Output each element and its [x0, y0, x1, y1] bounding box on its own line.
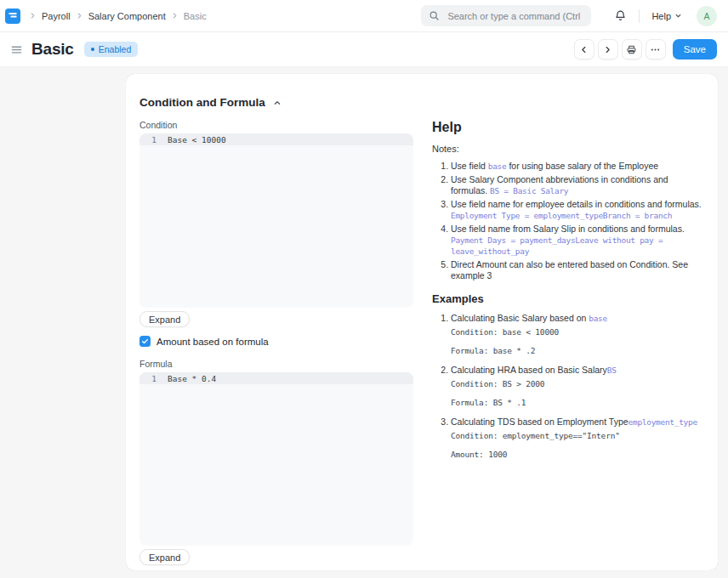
chevron-right-icon: [76, 12, 83, 20]
example-text: Calculating Basic Salary based on: [451, 313, 589, 323]
checkbox-checked-icon[interactable]: [139, 336, 151, 347]
status-badge-label: Enabled: [99, 44, 132, 54]
amount-based-on-formula-checkbox-row[interactable]: Amount based on formula: [139, 336, 413, 347]
help-dropdown[interactable]: Help: [648, 11, 685, 21]
breadcrumb-item-payroll[interactable]: Payroll: [24, 11, 71, 21]
page-head: Basic Enabled: [0, 32, 728, 67]
example-text: Calculating HRA based on Basic Salary: [451, 365, 607, 375]
example-item: Calculating TDS based on Employment Type…: [451, 416, 704, 459]
search-icon: [429, 10, 440, 21]
section-title: Condition and Formula: [139, 96, 265, 109]
formula-code-text: Base * 0.4: [156, 374, 216, 383]
search-input[interactable]: [446, 10, 583, 22]
section-columns: Condition 1 Base < 10000 Expand Amount b…: [139, 120, 704, 565]
breadcrumb-label: Basic: [184, 11, 207, 21]
help-column: Help Notes: Use field base for using bas…: [432, 120, 704, 565]
example-code: base: [589, 314, 607, 323]
editor-active-line: 1 Base * 0.4: [139, 372, 413, 384]
chevron-down-icon: [674, 12, 682, 20]
note-item: Use field name for employee details in c…: [451, 199, 704, 221]
section-condition-and-formula[interactable]: Condition and Formula: [139, 96, 704, 109]
line-number: 1: [139, 374, 156, 383]
chevron-right-icon: [171, 12, 179, 20]
avatar-initial: A: [703, 11, 709, 21]
example-code: employment_type: [628, 417, 697, 427]
frappe-logo-icon: [8, 11, 18, 21]
condition-field-label: Condition: [139, 120, 413, 131]
note-code: BS = Basic Salary: [490, 186, 568, 196]
navbar: Payroll Salary Component Basic: [0, 0, 728, 32]
form-card: Condition and Formula Condition 1 Base <…: [126, 74, 718, 570]
previous-document-button[interactable]: [574, 39, 594, 60]
help-title: Help: [432, 120, 704, 135]
example-block: Condition: employment_type=="Intern" Amo…: [451, 431, 704, 459]
notes-label: Notes:: [432, 144, 704, 154]
example-code: BS: [607, 366, 617, 375]
note-code: Payment Days = payment_daysLeave without…: [451, 235, 663, 256]
example-block: Condition: base < 10000 Formula: base * …: [451, 327, 704, 355]
notifications-button[interactable]: [610, 6, 630, 26]
note-item: Use field base for using base salary of …: [451, 161, 704, 172]
printer-icon: [626, 44, 637, 55]
next-document-button[interactable]: [598, 39, 618, 60]
sidebar-toggle-button[interactable]: [7, 40, 26, 59]
user-avatar[interactable]: A: [697, 6, 717, 26]
chevron-right-icon: [29, 12, 37, 20]
editor-active-line: 1 Base < 10000: [139, 133, 413, 145]
note-item: Use field name from Salary Slip in condi…: [451, 224, 704, 257]
status-badge: Enabled: [84, 42, 139, 57]
breadcrumb-label: Payroll: [42, 11, 71, 21]
breadcrumb-item-salary-component[interactable]: Salary Component: [71, 11, 166, 21]
condition-code-text: Base < 10000: [156, 135, 226, 144]
chevron-left-icon: [579, 45, 589, 54]
breadcrumb: Payroll Salary Component Basic: [24, 11, 207, 21]
formula-expand-button[interactable]: Expand: [139, 549, 190, 565]
note-code: Employment Type = employment_typeBranch …: [451, 211, 672, 220]
help-dropdown-label: Help: [651, 11, 671, 21]
notes-list: Use field base for using base salary of …: [432, 161, 704, 281]
formula-code-editor[interactable]: 1 Base * 0.4: [139, 372, 413, 546]
note-item: Use Salary Component abbreviations in co…: [451, 174, 704, 196]
breadcrumb-label: Salary Component: [88, 11, 166, 21]
examples-list: Calculating Basic Salary based on base C…: [432, 313, 704, 459]
note-text: Use field: [451, 161, 488, 171]
menu-button[interactable]: [646, 39, 666, 60]
example-block: Condition: BS > 2000 Formula: BS * .1: [451, 379, 704, 407]
note-item: Direct Amount can also be entered based …: [451, 259, 704, 281]
print-button[interactable]: [622, 39, 642, 60]
condition-code-editor[interactable]: 1 Base < 10000: [139, 133, 413, 308]
status-dot-icon: [91, 48, 94, 51]
condition-expand-button[interactable]: Expand: [139, 311, 190, 327]
note-text: Use field name from Salary Slip in condi…: [451, 224, 685, 234]
fields-column: Condition 1 Base < 10000 Expand Amount b…: [139, 120, 413, 565]
formula-field-label: Formula: [139, 359, 413, 370]
save-button[interactable]: Save: [673, 39, 717, 60]
global-search[interactable]: [421, 5, 591, 26]
note-code: base: [488, 162, 507, 171]
checkbox-label: Amount based on formula: [156, 337, 269, 347]
page-actions: Save: [574, 39, 717, 60]
example-item: Calculating HRA based on Basic SalaryBS …: [451, 365, 704, 407]
chevron-up-icon: [273, 99, 282, 107]
example-text: Calculating TDS based on Employment Type: [451, 416, 628, 427]
bell-icon: [614, 9, 627, 22]
line-number: 1: [139, 135, 156, 144]
note-text: Use field name for employee details in c…: [451, 199, 702, 209]
navbar-divider: [639, 9, 640, 23]
navbar-right-cluster: Help A: [610, 6, 717, 26]
ellipsis-icon: [650, 44, 661, 55]
breadcrumb-item-basic-current[interactable]: Basic: [166, 11, 207, 21]
hamburger-menu-icon: [10, 43, 23, 56]
note-text: for using base salary of the Employee: [506, 161, 658, 171]
example-item: Calculating Basic Salary based on base C…: [451, 313, 704, 355]
note-text: Direct Amount can also be entered based …: [451, 259, 688, 280]
page-title: Basic: [31, 40, 74, 59]
app-logo[interactable]: [5, 8, 20, 24]
chevron-right-icon: [603, 45, 612, 54]
examples-title: Examples: [432, 292, 704, 305]
